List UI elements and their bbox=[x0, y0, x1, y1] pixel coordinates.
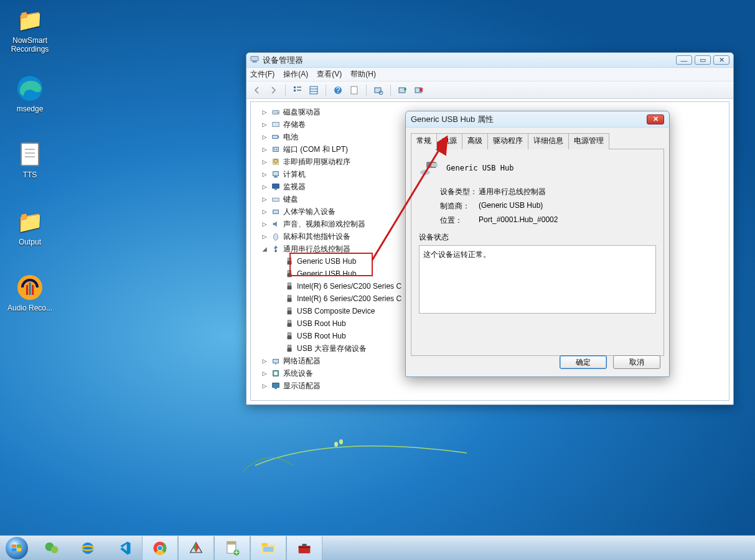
device-status-textarea[interactable]: 这个设备运转正常。 bbox=[419, 245, 656, 314]
expand-toggle[interactable]: ▷ bbox=[261, 195, 268, 203]
node-label: 键盘 bbox=[283, 194, 298, 205]
expand-toggle[interactable]: ▷ bbox=[261, 220, 268, 228]
taskbar-app-toolbox[interactable] bbox=[286, 536, 322, 560]
expand-toggle[interactable]: ▷ bbox=[261, 369, 268, 378]
port-icon bbox=[271, 144, 281, 154]
svg-rect-57 bbox=[288, 310, 292, 314]
update-driver-button[interactable] bbox=[396, 83, 410, 97]
expand-toggle[interactable]: ▷ bbox=[261, 357, 268, 365]
expand-toggle[interactable]: ▷ bbox=[261, 108, 268, 116]
expand-toggle[interactable]: ▷ bbox=[261, 120, 268, 129]
props-button[interactable] bbox=[347, 83, 361, 97]
tree-view-button[interactable] bbox=[291, 83, 304, 97]
svg-point-9 bbox=[334, 442, 338, 447]
volume-icon bbox=[271, 119, 281, 129]
list-view-button[interactable] bbox=[307, 83, 321, 97]
desktop-icon-msedge[interactable]: msedge bbox=[6, 73, 54, 113]
cancel-button[interactable]: 取消 bbox=[613, 355, 660, 369]
minimize-button[interactable]: — bbox=[676, 55, 692, 65]
svg-rect-15 bbox=[297, 86, 301, 88]
svg-rect-41 bbox=[273, 184, 279, 189]
svg-rect-68 bbox=[273, 383, 279, 388]
svg-rect-12 bbox=[253, 62, 257, 63]
taskbar-app-vscode[interactable] bbox=[106, 536, 142, 560]
forward-button[interactable] bbox=[266, 83, 280, 97]
expand-toggle[interactable]: ▷ bbox=[261, 145, 268, 154]
taskbar-app-wechat[interactable] bbox=[34, 536, 70, 560]
svg-rect-13 bbox=[294, 86, 296, 88]
uninstall-button[interactable] bbox=[412, 83, 426, 97]
expand-toggle[interactable]: ▷ bbox=[261, 232, 268, 241]
close-button[interactable]: ✕ bbox=[647, 114, 664, 124]
tab-powermgmt[interactable]: 电源管理 bbox=[568, 133, 609, 149]
svg-rect-55 bbox=[288, 298, 292, 302]
expand-toggle[interactable]: ◢ bbox=[261, 245, 268, 253]
close-button[interactable]: ✕ bbox=[713, 55, 729, 65]
svg-rect-60 bbox=[288, 333, 291, 335]
svg-rect-32 bbox=[273, 135, 278, 138]
taskbar-app-notepad[interactable]: + bbox=[214, 536, 250, 560]
svg-point-10 bbox=[339, 439, 343, 444]
expand-toggle[interactable]: ▷ bbox=[261, 207, 268, 216]
expand-toggle[interactable]: ▷ bbox=[261, 182, 268, 191]
menu-action[interactable]: 操作(A) bbox=[283, 69, 308, 80]
desktop-icon-nowsmart[interactable]: 📁 NowSmart Recordings bbox=[6, 5, 54, 54]
node-label: 端口 (COM 和 LPT) bbox=[283, 144, 348, 155]
svg-rect-43 bbox=[273, 198, 279, 201]
svg-rect-31 bbox=[273, 123, 279, 127]
svg-rect-14 bbox=[294, 90, 296, 91]
menubar: 文件(F) 操作(A) 查看(V) 帮助(H) bbox=[246, 68, 733, 82]
svg-text:?: ? bbox=[336, 86, 340, 95]
maximize-button[interactable]: ▭ bbox=[695, 55, 711, 65]
svg-rect-59 bbox=[288, 323, 292, 327]
desktop-icon-tts[interactable]: TTS bbox=[6, 139, 54, 179]
label-device-type: 设备类型： bbox=[419, 187, 479, 197]
svg-rect-50 bbox=[288, 271, 291, 273]
menu-file[interactable]: 文件(F) bbox=[250, 69, 274, 80]
svg-point-36 bbox=[276, 149, 278, 150]
tab-details[interactable]: 详细信息 bbox=[528, 133, 569, 149]
tab-general[interactable]: 常规 bbox=[411, 133, 437, 149]
svg-rect-61 bbox=[288, 335, 292, 339]
desktop-icon-audioreco[interactable]: Audio Reco... bbox=[6, 273, 54, 312]
label-manufacturer: 制造商： bbox=[419, 201, 479, 212]
back-button[interactable] bbox=[250, 83, 264, 97]
svg-rect-89 bbox=[263, 546, 273, 551]
scan-button[interactable] bbox=[372, 83, 385, 97]
usbdev-icon bbox=[284, 281, 294, 291]
svg-point-76 bbox=[82, 542, 94, 554]
desktop-icon-output[interactable]: 📁 Output bbox=[6, 207, 54, 246]
ok-button[interactable]: 确定 bbox=[560, 355, 607, 369]
mouse-icon bbox=[271, 231, 281, 241]
tab-advanced[interactable]: 高级 bbox=[462, 133, 488, 149]
expand-toggle[interactable]: ▷ bbox=[261, 170, 268, 179]
node-label: 系统设备 bbox=[283, 368, 313, 379]
node-label: 鼠标和其他指针设备 bbox=[283, 231, 350, 242]
value-device-type: 通用串行总线控制器 bbox=[479, 187, 546, 197]
menu-view[interactable]: 查看(V) bbox=[317, 69, 342, 80]
usbdev-icon bbox=[284, 331, 294, 341]
svg-rect-54 bbox=[288, 296, 291, 298]
expand-toggle[interactable]: ▷ bbox=[261, 381, 268, 390]
icon-label: NowSmart Recordings bbox=[6, 36, 54, 54]
tab-power[interactable]: 电源 bbox=[436, 133, 462, 149]
tab-driver[interactable]: 驱动程序 bbox=[487, 133, 528, 149]
help-button[interactable]: ? bbox=[331, 83, 345, 97]
taskbar-app-pyramid[interactable] bbox=[178, 536, 214, 560]
taskbar-app-ie[interactable] bbox=[70, 536, 106, 560]
svg-rect-8 bbox=[32, 285, 34, 295]
svg-rect-91 bbox=[299, 546, 311, 548]
dialog-titlebar[interactable]: Generic USB Hub 属性 ✕ bbox=[406, 111, 669, 128]
svg-rect-17 bbox=[310, 86, 317, 94]
taskbar-app-chrome[interactable] bbox=[142, 536, 178, 560]
svg-text:⚙: ⚙ bbox=[273, 157, 279, 165]
tree-node[interactable]: ▷显示适配器 bbox=[252, 380, 728, 392]
menu-help[interactable]: 帮助(H) bbox=[350, 69, 376, 80]
expand-toggle[interactable]: ▷ bbox=[261, 157, 268, 166]
taskbar-app-explorer[interactable] bbox=[250, 536, 286, 560]
display-icon bbox=[271, 381, 281, 391]
titlebar[interactable]: 设备管理器 — ▭ ✕ bbox=[246, 53, 733, 68]
node-label: 电池 bbox=[283, 132, 298, 142]
start-button[interactable] bbox=[0, 536, 34, 561]
expand-toggle[interactable]: ▷ bbox=[261, 133, 268, 141]
